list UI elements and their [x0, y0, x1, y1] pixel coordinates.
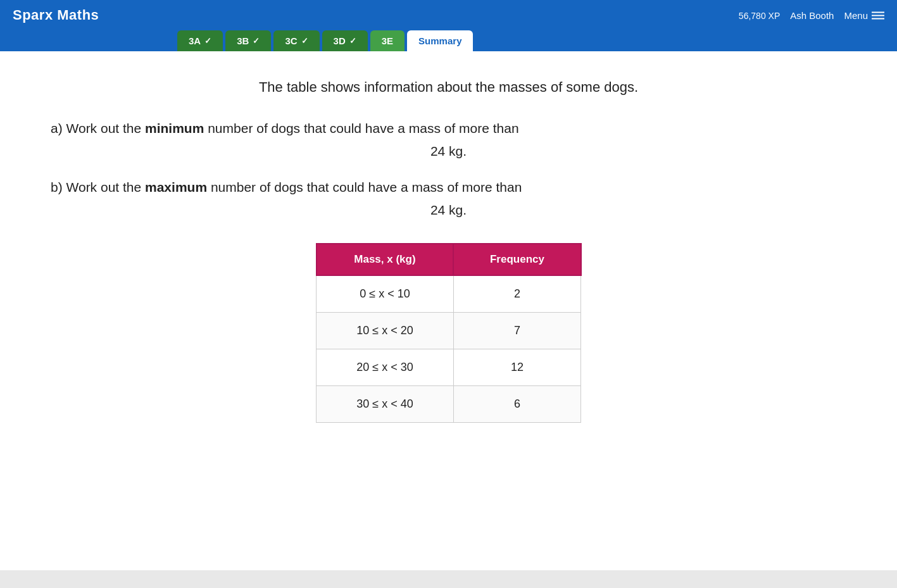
check-icon-3D: ✓	[349, 36, 356, 46]
check-icon-3A: ✓	[204, 36, 211, 46]
question-part-b: b) Work out the maximum number of dogs t…	[51, 177, 846, 220]
frequency-cell: 12	[453, 349, 580, 386]
tab-3C-label: 3C	[285, 35, 297, 46]
tab-3A[interactable]: 3A ✓	[177, 30, 223, 51]
table-row: 30 ≤ x < 40 6	[317, 386, 581, 423]
xp-display: 56,780 XP	[739, 10, 780, 20]
main-content: The table shows information about the ma…	[0, 51, 897, 570]
tab-summary[interactable]: Summary	[407, 30, 473, 51]
part-a-value: 24 kg.	[51, 141, 846, 162]
part-b-bold: maximum	[145, 180, 207, 194]
question-intro: The table shows information about the ma…	[51, 77, 846, 97]
table-wrapper: Mass, x (kg) Frequency 0 ≤ x < 10 2 10 ≤…	[51, 243, 846, 423]
frequency-cell: 6	[453, 386, 580, 423]
question-part-a: a) Work out the minimum number of dogs t…	[51, 118, 846, 161]
menu-label: Menu	[844, 10, 868, 21]
user-name: Ash Booth	[790, 10, 834, 21]
check-icon-3B: ✓	[253, 36, 260, 46]
table-row: 0 ≤ x < 10 2	[317, 275, 581, 313]
tab-3E-label: 3E	[382, 35, 393, 46]
part-a-text: a) Work out the minimum number of dogs t…	[51, 121, 519, 135]
mass-cell: 30 ≤ x < 40	[317, 386, 454, 423]
tab-3E[interactable]: 3E	[370, 30, 405, 51]
menu-button[interactable]: Menu	[844, 10, 884, 21]
part-b-value: 24 kg.	[51, 199, 846, 221]
top-bar: Sparx Maths 56,780 XP Ash Booth Menu	[0, 0, 897, 30]
app-title: Sparx Maths	[13, 7, 99, 23]
table-row: 20 ≤ x < 30 12	[317, 349, 581, 386]
top-right-area: 56,780 XP Ash Booth Menu	[739, 10, 884, 21]
part-b-text: b) Work out the maximum number of dogs t…	[51, 180, 522, 194]
part-a-bold: minimum	[145, 121, 204, 135]
tab-3B-label: 3B	[237, 35, 249, 46]
check-icon-3C: ✓	[301, 36, 308, 46]
frequency-cell: 2	[453, 275, 580, 313]
mass-frequency-table: Mass, x (kg) Frequency 0 ≤ x < 10 2 10 ≤…	[316, 243, 582, 423]
frequency-cell: 7	[453, 313, 580, 349]
mass-cell: 20 ≤ x < 30	[317, 349, 454, 386]
tab-3D-label: 3D	[334, 35, 346, 46]
tab-3C[interactable]: 3C ✓	[273, 30, 319, 51]
tab-3D[interactable]: 3D ✓	[322, 30, 368, 51]
table-row: 10 ≤ x < 20 7	[317, 313, 581, 349]
mass-cell: 0 ≤ x < 10	[317, 275, 454, 313]
tab-3A-label: 3A	[189, 35, 201, 46]
col-frequency-header: Frequency	[453, 244, 580, 275]
mass-cell: 10 ≤ x < 20	[317, 313, 454, 349]
tab-summary-label: Summary	[418, 35, 461, 46]
col-mass-header: Mass, x (kg)	[317, 244, 454, 275]
hamburger-icon	[872, 11, 884, 19]
nav-tabs: 3A ✓ 3B ✓ 3C ✓ 3D ✓ 3E Summary	[0, 30, 897, 51]
tab-3B[interactable]: 3B ✓	[225, 30, 271, 51]
